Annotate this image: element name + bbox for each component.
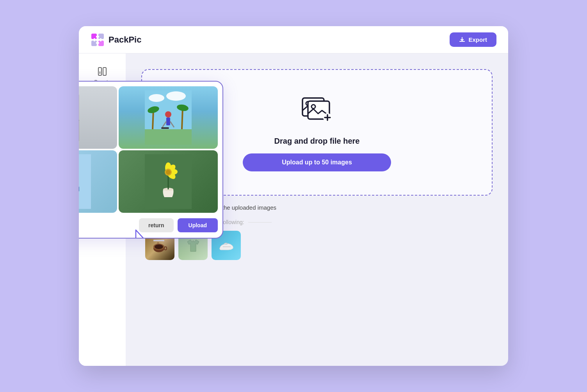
svg-point-43 — [165, 111, 171, 118]
main-panel: Drag and drop file here Upload up to 50 … — [126, 53, 508, 366]
svg-point-23 — [155, 244, 163, 249]
picker-upload-button[interactable]: Upload — [178, 218, 218, 232]
images-add-icon — [299, 93, 334, 129]
image-tile-chair[interactable] — [79, 150, 117, 213]
skater-image — [145, 90, 192, 145]
svg-rect-4 — [96, 36, 99, 37]
content-area: Presets Backgr... — [79, 53, 508, 366]
file-picker-overlay: return Upload — [79, 81, 223, 239]
cursor-pointer — [134, 229, 148, 239]
logo-icon — [91, 33, 105, 47]
chair-image — [79, 154, 91, 209]
export-button[interactable]: Export — [450, 32, 496, 47]
presets-icon — [97, 66, 108, 77]
svg-rect-2 — [91, 41, 97, 46]
svg-rect-29 — [79, 120, 79, 141]
svg-rect-24 — [164, 247, 167, 250]
image-tile-skater[interactable] — [119, 86, 218, 149]
svg-point-62 — [166, 170, 171, 175]
image-tile-flower[interactable] — [119, 150, 218, 213]
app-title: PackPic — [109, 35, 141, 45]
logo-area: PackPic — [91, 33, 141, 47]
header: PackPic Export — [79, 26, 508, 53]
picker-actions: return Upload — [79, 213, 222, 238]
svg-point-37 — [166, 91, 186, 101]
svg-rect-50 — [79, 186, 79, 192]
svg-line-40 — [182, 108, 183, 129]
upload-button[interactable]: Upload up to 50 images — [243, 153, 391, 171]
image-grid — [79, 82, 222, 213]
flower-image — [145, 154, 192, 209]
svg-rect-25 — [153, 240, 164, 241]
svg-rect-1 — [98, 34, 104, 39]
svg-rect-42 — [145, 129, 192, 145]
coffee-icon — [150, 236, 170, 255]
shirt-icon — [183, 236, 203, 255]
svg-point-36 — [149, 94, 164, 102]
drag-drop-text: Drag and drop file here — [274, 137, 360, 146]
download-icon — [459, 37, 465, 43]
main-window: PackPic Export Presets — [79, 26, 508, 366]
svg-rect-9 — [103, 68, 106, 75]
fridge-image — [79, 92, 87, 143]
svg-rect-7 — [100, 38, 101, 41]
svg-rect-6 — [94, 38, 95, 41]
svg-rect-47 — [161, 127, 169, 129]
svg-rect-44 — [166, 118, 170, 125]
svg-rect-3 — [98, 41, 104, 46]
svg-rect-48 — [79, 154, 91, 209]
svg-rect-28 — [79, 94, 79, 121]
svg-rect-5 — [96, 42, 99, 44]
svg-rect-0 — [91, 34, 97, 39]
image-tile-fridge[interactable] — [79, 86, 117, 149]
shoe-icon — [217, 236, 236, 255]
